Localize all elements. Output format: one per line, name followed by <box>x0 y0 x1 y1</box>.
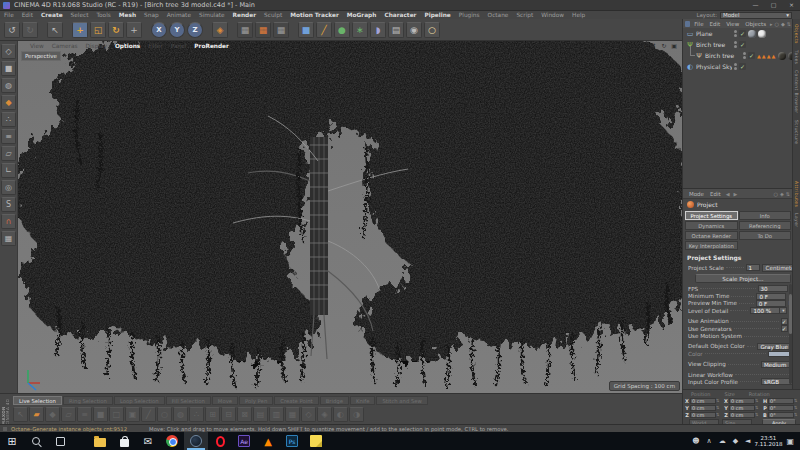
viewport-menu-item[interactable]: Display <box>82 43 111 49</box>
viewport-menu-item[interactable]: Panel <box>167 43 191 49</box>
object-manager-menu-item[interactable]: View <box>723 21 742 27</box>
texture-tag[interactable] <box>778 52 786 60</box>
task-view-button[interactable] <box>48 432 72 450</box>
chevron-down-icon[interactable]: ▾ <box>780 307 787 314</box>
menu-item[interactable]: Character <box>380 12 420 18</box>
tool-icon[interactable]: ▤ <box>253 407 268 422</box>
tool-icon[interactable]: ⊟ <box>221 407 236 422</box>
texture-mode-icon[interactable]: ◍ <box>1 78 16 93</box>
taskbar-clock[interactable]: 23:51 7.11.2018 <box>754 435 782 447</box>
tool-icon[interactable]: ◑ <box>349 407 364 422</box>
attribute-field-row[interactable]: Color <box>683 350 800 357</box>
attribute-tab[interactable]: Project Settings <box>685 211 738 220</box>
menu-item[interactable]: Edit <box>18 12 37 18</box>
Birch tree[interactable]: Ψ Birch tree ✓ <box>683 39 800 50</box>
lock-x-icon[interactable]: X <box>151 22 167 38</box>
coordinate-field[interactable]: B0°⇅ <box>762 411 800 418</box>
generators-icon[interactable]: ● <box>334 22 350 38</box>
tool-icon[interactable]: ▦ <box>285 407 300 422</box>
scale-project-button[interactable]: Scale Project... <box>695 274 791 283</box>
polygons-mode-icon[interactable]: ▱ <box>1 146 16 161</box>
make-editable-icon[interactable]: ◇ <box>1 44 16 59</box>
environment-icon[interactable]: ▤ <box>388 22 404 38</box>
tool-icon[interactable]: ≡ <box>77 407 92 422</box>
tool-tab[interactable]: Knife <box>350 396 375 405</box>
tool-tab[interactable]: Bridge <box>320 396 349 405</box>
menu-item[interactable]: Animate <box>163 12 195 18</box>
tool-tab[interactable]: Ring Selection <box>63 396 113 405</box>
scale-tool-icon[interactable]: ◱ <box>90 22 106 38</box>
field-value[interactable]: 100 % <box>750 307 780 314</box>
project-scale-field[interactable]: Project Scale 1 Centimeter <box>683 263 800 272</box>
attribute-tab[interactable]: Octane Render <box>685 231 738 240</box>
coordinate-field[interactable]: H0°⇅ <box>762 397 800 404</box>
rotate-tool-icon[interactable]: ↻ <box>108 22 124 38</box>
workplane-icon[interactable]: ▦ <box>1 231 16 246</box>
tool-icon[interactable]: □ <box>109 407 124 422</box>
field-value[interactable]: sRGB <box>761 378 791 385</box>
viewport-canvas[interactable] <box>18 41 682 393</box>
visibility-dots[interactable] <box>734 30 737 37</box>
mail-icon[interactable]: ✉ <box>136 432 160 450</box>
edges-mode-icon[interactable]: ≡ <box>1 129 16 144</box>
field-value[interactable]: 0 F <box>756 300 786 307</box>
Birch tree[interactable]: Ψ Birch tree ✓ ▲▲▲▲ <box>683 50 800 61</box>
menu-item[interactable]: Simulate <box>195 12 229 18</box>
tool-tab[interactable]: Create Point <box>274 396 318 405</box>
menu-item[interactable]: Pipeline <box>420 12 454 18</box>
attribute-header-icon[interactable]: ○ <box>774 191 778 197</box>
tool-tab[interactable]: Fill Selection <box>166 396 211 405</box>
search-button[interactable] <box>24 432 48 450</box>
magnet-icon[interactable]: ∩ <box>1 214 16 229</box>
texture-tag[interactable] <box>748 30 756 38</box>
coordinate-field[interactable]: P0°⇅ <box>762 404 800 411</box>
tool-icon[interactable]: ○ <box>157 407 172 422</box>
layout-selector[interactable]: Layout: Model▾ <box>696 11 792 19</box>
history-back-icon[interactable]: ◀ <box>724 191 732 197</box>
viewport[interactable]: ViewCamerasDisplayOptionsFilterPanelProR… <box>18 41 682 393</box>
enabled-check-icon[interactable]: ✓ <box>739 63 746 70</box>
light-icon[interactable]: ○ <box>424 22 440 38</box>
attribute-field-row[interactable]: FPS 30 Proj <box>683 285 800 292</box>
mograph-icon[interactable]: ∗ <box>352 22 368 38</box>
coordinate-field[interactable]: X0 cm⇅ <box>684 397 723 404</box>
points-mode-icon[interactable]: ∴ <box>1 112 16 127</box>
opera-icon[interactable]: O <box>208 432 232 450</box>
attribute-menu-item[interactable]: Edit <box>707 191 724 197</box>
primitive-cube-icon[interactable]: ■ <box>298 22 314 38</box>
visibility-dots[interactable] <box>743 52 746 59</box>
tool-icon[interactable]: ◇ <box>301 407 316 422</box>
lock-y-icon[interactable]: Y <box>169 22 185 38</box>
volume-icon[interactable]: ◄ <box>745 437 750 445</box>
attribute-field-row[interactable]: Use Motion System ✓ <box>683 332 800 339</box>
panel-vertical-tab[interactable]: Structure <box>794 120 799 145</box>
move-tool-icon[interactable]: + <box>72 22 88 38</box>
lock-z-icon[interactable]: Z <box>187 22 203 38</box>
toggle-views-icon[interactable]: ▣ <box>670 42 678 50</box>
menu-item[interactable]: Create <box>37 12 67 18</box>
workplane-mode-icon[interactable]: ◆ <box>1 95 16 110</box>
rotate-view-icon[interactable]: ↻ <box>660 42 668 50</box>
attribute-header-icon[interactable]: ⇅ <box>786 191 790 197</box>
object-name[interactable]: Birch tree <box>696 41 732 48</box>
menu-item[interactable]: Tools <box>93 12 115 18</box>
store-icon[interactable] <box>112 432 136 450</box>
attribute-tab[interactable]: Referencing <box>739 221 792 230</box>
panel-vertical-tab[interactable]: Objects <box>794 24 799 44</box>
panel-vertical-tab[interactable]: Content Browser <box>794 70 799 114</box>
tool-icon[interactable]: ∴ <box>189 407 204 422</box>
menu-item[interactable]: Render <box>229 12 260 18</box>
field-checkbox[interactable]: ✓ <box>781 325 788 332</box>
action-center-icon[interactable]: ▣ <box>782 437 800 446</box>
object-name[interactable]: Physical Sky <box>696 63 732 70</box>
redo-icon[interactable]: ↻ <box>22 22 38 38</box>
model-mode-icon[interactable]: ■ <box>1 61 16 76</box>
enabled-check-icon[interactable]: ✓ <box>739 41 746 48</box>
view-label[interactable]: Perspective <box>21 51 61 61</box>
menu-item[interactable]: Motion Tracker <box>286 12 343 18</box>
viewport-menu-item[interactable]: View <box>26 43 48 49</box>
start-button[interactable]: ⊞ <box>0 432 24 450</box>
panel-vertical-tab[interactable]: Layer <box>794 213 799 228</box>
menu-item[interactable]: Snap <box>140 12 163 18</box>
render-view-icon[interactable]: ▦ <box>237 22 253 38</box>
